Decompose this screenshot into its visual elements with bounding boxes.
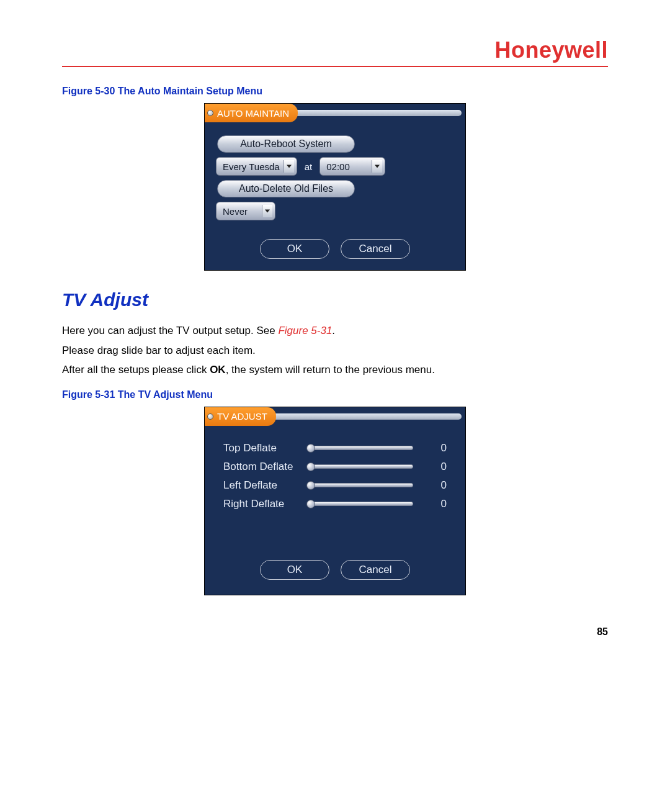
body-line-2: Please drag slide bar to adjust each ite… (62, 343, 608, 359)
panel-title-tab: AUTO MAINTAIN (205, 104, 298, 122)
auto-delete-label: Auto-Delete Old Files (217, 180, 355, 197)
ok-button[interactable]: OK (260, 560, 329, 580)
slider-row: Left Deflate 0 (223, 479, 447, 492)
bottom-deflate-slider[interactable] (310, 463, 413, 471)
panel-title-text: TV ADJUST (217, 411, 267, 422)
slider-value: 0 (428, 498, 447, 510)
slider-knob-icon (306, 444, 315, 453)
chevron-down-icon (262, 205, 272, 217)
slider-track (310, 483, 413, 487)
slider-value: 0 (428, 461, 447, 473)
delete-dropdown-value: Never (223, 206, 248, 217)
left-deflate-slider[interactable] (310, 482, 413, 489)
time-dropdown[interactable]: 02:00 (319, 157, 385, 176)
auto-maintain-panel: AUTO MAINTAIN Auto-Reboot System Every T… (204, 103, 466, 271)
slider-knob-icon (306, 462, 315, 471)
slider-track (310, 464, 413, 469)
page-number: 85 (62, 626, 608, 638)
slider-label: Top Deflate (223, 442, 310, 454)
cancel-button[interactable]: Cancel (341, 239, 410, 259)
cancel-button[interactable]: Cancel (341, 560, 410, 580)
figure-reference: Figure 5-31 (278, 325, 332, 336)
slider-knob-icon (306, 481, 315, 490)
body-line-1: Here you can adjust the TV output setup.… (62, 323, 608, 339)
day-dropdown-value: Every Tuesda (223, 161, 280, 172)
slider-label: Bottom Deflate (223, 461, 310, 473)
chevron-down-icon (372, 160, 382, 173)
slider-knob-icon (306, 500, 315, 508)
slider-value: 0 (428, 442, 447, 454)
slider-track (310, 446, 413, 450)
delete-dropdown[interactable]: Never (216, 202, 275, 220)
slider-label: Right Deflate (223, 498, 310, 510)
ok-button[interactable]: OK (260, 239, 329, 259)
section-heading-tv-adjust: TV Adjust (62, 289, 608, 310)
right-deflate-slider[interactable] (310, 500, 413, 508)
panel-title-tab: TV ADJUST (205, 407, 276, 426)
time-dropdown-value: 02:00 (326, 161, 350, 172)
panel-title-bar: AUTO MAINTAIN (205, 104, 465, 122)
panel-title-decoration (295, 110, 462, 116)
slider-value: 0 (428, 479, 447, 492)
page-header: Honeywell (62, 37, 608, 67)
figure-5-30-caption: Figure 5-30 The Auto Maintain Setup Menu (62, 86, 608, 97)
body-line-3: After all the setups please click OK, th… (62, 362, 608, 378)
panel-title-decoration (274, 413, 462, 420)
slider-label: Left Deflate (223, 479, 310, 492)
panel-title-text: AUTO MAINTAIN (217, 108, 289, 119)
figure-5-31: TV ADJUST Top Deflate 0 Bottom Deflate (62, 407, 608, 595)
figure-5-30: AUTO MAINTAIN Auto-Reboot System Every T… (62, 103, 608, 271)
brand-logo: Honeywell (494, 37, 608, 63)
slider-track (310, 502, 413, 506)
slider-row: Top Deflate 0 (223, 442, 447, 454)
slider-row: Right Deflate 0 (223, 498, 447, 510)
panel-title-bar: TV ADJUST (205, 407, 465, 426)
slider-row: Bottom Deflate 0 (223, 461, 447, 473)
auto-reboot-label: Auto-Reboot System (217, 135, 355, 153)
at-label: at (305, 161, 313, 172)
figure-5-31-caption: Figure 5-31 The TV Adjust Menu (62, 389, 608, 400)
top-deflate-slider[interactable] (310, 444, 413, 452)
day-dropdown[interactable]: Every Tuesda (216, 157, 297, 176)
chevron-down-icon (284, 160, 294, 173)
tv-adjust-panel: TV ADJUST Top Deflate 0 Bottom Deflate (204, 407, 466, 595)
